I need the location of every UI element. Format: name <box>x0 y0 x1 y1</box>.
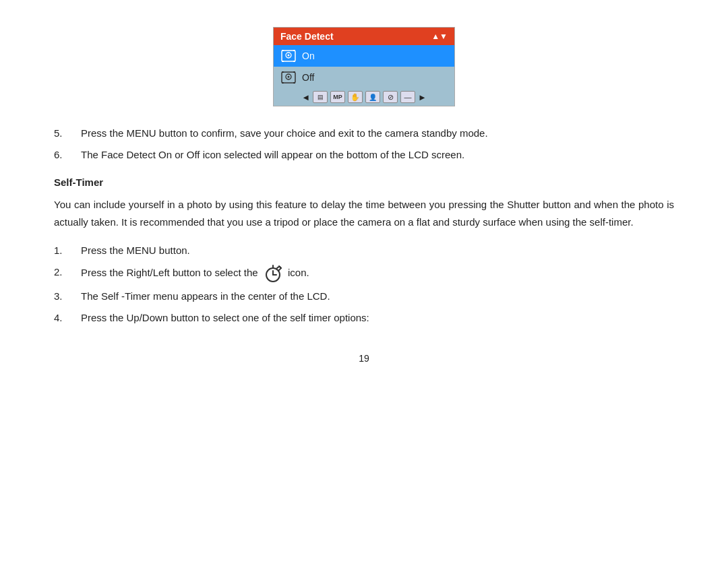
step-6-num: 6. <box>54 147 81 163</box>
self-timer-step-4: 4. Press the Up/Down button to select on… <box>54 310 674 326</box>
step-2-num: 2. <box>54 264 81 280</box>
menu-header: Face Detect ▲▼ <box>274 28 454 45</box>
toolbar-right-arrow: ► <box>418 92 427 102</box>
step-2-text-before: Press the Right/Left button to select th… <box>81 267 258 278</box>
self-timer-heading: Self-Timer <box>54 176 674 188</box>
face-detect-off-icon <box>280 71 297 84</box>
self-timer-steps: 1. Press the MENU button. 2. Press the R… <box>54 243 674 326</box>
toolbar-icon-face: 👤 <box>365 91 380 103</box>
svg-point-9 <box>288 76 290 78</box>
self-timer-step-3: 3. The Self -Timer menu appears in the c… <box>54 288 674 304</box>
menu-on-label: On <box>302 51 315 61</box>
step-2-text: Press the Right/Left button to select th… <box>81 264 309 283</box>
toolbar-icon-dash: — <box>400 91 415 103</box>
menu-toolbar: ◄ ▤ MP ✋ 👤 ⊘ — ► <box>274 88 454 106</box>
step-3-num: 3. <box>54 288 81 304</box>
toolbar-icon-hand: ✋ <box>348 91 363 103</box>
menu-off-label: Off <box>302 72 314 83</box>
step-6-text: The Face Detect On or Off icon selected … <box>81 147 464 163</box>
face-detect-menu: Face Detect ▲▼ On <box>273 27 455 106</box>
step-5-text: Press the MENU button to confirm, save y… <box>81 125 488 141</box>
menu-title: Face Detect <box>280 31 334 42</box>
camera-menu-image: Face Detect ▲▼ On <box>54 27 674 106</box>
menu-item-off[interactable]: Off <box>274 67 454 88</box>
step-5: 5. Press the MENU button to confirm, sav… <box>54 125 674 141</box>
toolbar-icon-no: ⊘ <box>383 91 398 103</box>
page-number: 19 <box>54 353 674 364</box>
step-2-text-after: icon. <box>288 267 309 278</box>
toolbar-icon-landscape: ▤ <box>313 91 328 103</box>
self-timer-step-2: 2. Press the Right/Left button to select… <box>54 264 674 283</box>
step-4-num: 4. <box>54 310 81 326</box>
toolbar-left-arrow: ◄ <box>301 92 310 102</box>
step-5-num: 5. <box>54 125 81 141</box>
toolbar-icon-mp: MP <box>330 91 345 103</box>
step-3-text: The Self -Timer menu appears in the cent… <box>81 288 330 304</box>
menu-item-on[interactable]: On <box>274 45 454 67</box>
menu-sort-arrows: ▲▼ <box>431 32 448 41</box>
step-6: 6. The Face Detect On or Off icon select… <box>54 147 674 163</box>
steps-5-6: 5. Press the MENU button to confirm, sav… <box>54 125 674 163</box>
self-timer-step-1: 1. Press the MENU button. <box>54 243 674 259</box>
face-detect-on-icon <box>280 49 297 63</box>
self-timer-intro: You can include yourself in a photo by u… <box>54 196 674 230</box>
step-1-text: Press the MENU button. <box>81 243 190 259</box>
svg-point-2 <box>288 55 290 57</box>
step-4-text: Press the Up/Down button to select one o… <box>81 310 369 326</box>
step-1-num: 1. <box>54 243 81 259</box>
self-timer-inline-icon <box>264 264 282 283</box>
